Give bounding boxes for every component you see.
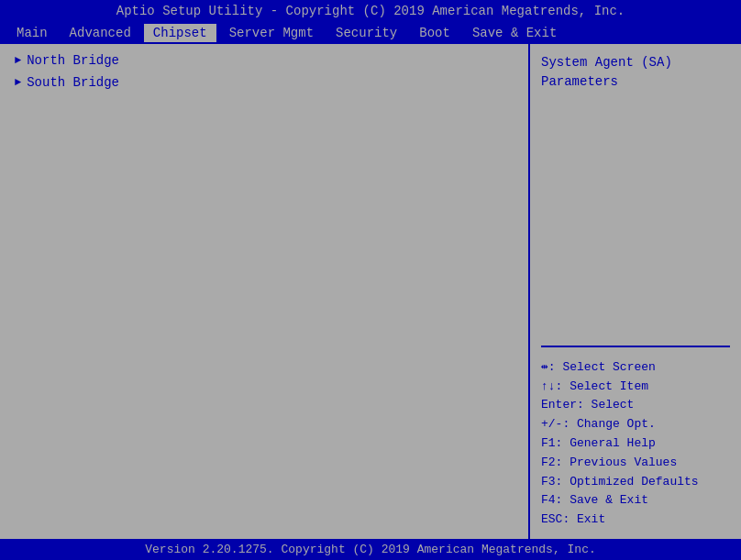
north-bridge-entry[interactable]: ► North Bridge [11,51,517,70]
description-line1: System Agent (SA) [541,53,730,72]
north-bridge-label: North Bridge [27,53,119,68]
menu-save-exit[interactable]: Save & Exit [463,24,566,42]
main-content: ► North Bridge ► South Bridge System Age… [0,44,741,539]
menu-chipset[interactable]: Chipset [144,24,216,42]
south-bridge-label: South Bridge [27,75,119,90]
menu-boot[interactable]: Boot [410,24,459,42]
help-change-opt: +/-: Change Opt. [541,415,730,434]
help-select-item: ↑↓: Select Item [541,378,730,397]
help-select-screen: ⇹: Select Screen [541,358,730,378]
south-bridge-arrow: ► [15,76,21,89]
title-bar: Aptio Setup Utility - Copyright (C) 2019… [0,0,741,22]
description-area: System Agent (SA) Parameters [541,53,730,92]
footer-text: Version 2.20.1275. Copyright (C) 2019 Am… [145,543,595,556]
menu-main[interactable]: Main [7,24,57,42]
description-line2: Parameters [541,72,730,92]
menu-security[interactable]: Security [326,24,406,42]
help-esc-exit: ESC: Exit [541,511,730,530]
help-area: ⇹: Select Screen ↑↓: Select Item Enter: … [541,358,730,530]
footer: Version 2.20.1275. Copyright (C) 2019 Am… [0,539,741,560]
menu-server-mgmt[interactable]: Server Mgmt [220,24,323,42]
menu-advanced[interactable]: Advanced [61,24,140,42]
help-divider [541,346,730,347]
app: Aptio Setup Utility - Copyright (C) 2019… [0,0,741,560]
help-optimized-defaults: F3: Optimized Defaults [541,473,730,492]
help-previous-values: F2: Previous Values [541,454,730,473]
help-save-exit: F4: Save & Exit [541,491,730,511]
left-panel: ► North Bridge ► South Bridge [0,44,530,539]
right-panel-inner: System Agent (SA) Parameters ⇹: Select S… [541,53,730,530]
title-text: Aptio Setup Utility - Copyright (C) 2019… [116,4,625,18]
help-general-help: F1: General Help [541,434,730,454]
help-enter-select: Enter: Select [541,396,730,415]
menu-bar: Main Advanced Chipset Server Mgmt Securi… [0,22,741,44]
north-bridge-arrow: ► [15,54,21,67]
right-panel: System Agent (SA) Parameters ⇹: Select S… [530,44,741,539]
south-bridge-entry[interactable]: ► South Bridge [11,73,517,92]
